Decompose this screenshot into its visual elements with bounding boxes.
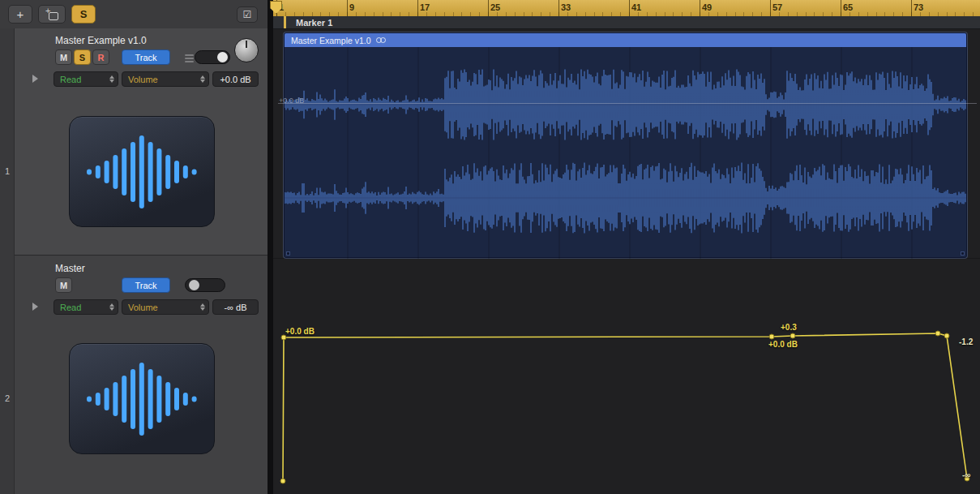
automation-parameter-dropdown[interactable]: Volume bbox=[122, 71, 209, 87]
add-track-button[interactable]: + bbox=[38, 5, 66, 24]
automation-end-value: -1.2 bbox=[959, 337, 973, 346]
track-number: 1 bbox=[0, 166, 15, 176]
track-button[interactable]: Track bbox=[122, 277, 170, 293]
automation-start-value: +0.0 dB bbox=[285, 327, 315, 336]
automation-value-display[interactable]: +0.0 dB bbox=[212, 71, 259, 87]
checkbox-icon: ☑ bbox=[243, 9, 252, 20]
track-button[interactable]: Track bbox=[122, 49, 170, 65]
track-header-2[interactable]: Master M Track Read Volume -∞ dB bbox=[15, 256, 267, 494]
automation-parameter-dropdown[interactable]: Volume bbox=[122, 299, 209, 315]
mute-button[interactable]: M bbox=[55, 49, 72, 65]
plus-icon: + bbox=[17, 7, 24, 21]
track-header-panel: + + S ☑ 1 2 Master Example v1.0 M S R bbox=[0, 0, 267, 494]
disclosure-triangle-icon[interactable] bbox=[32, 75, 38, 83]
mute-button[interactable]: M bbox=[55, 277, 72, 293]
disclosure-triangle-icon[interactable] bbox=[32, 303, 38, 311]
track-header-config-button[interactable]: ☑ bbox=[237, 6, 258, 23]
automation-value-display[interactable]: -∞ dB bbox=[212, 299, 259, 315]
daw-window: + + S ☑ 1 2 Master Example v1.0 M S R bbox=[0, 0, 980, 494]
automation-peak-sub-value: +0.0 dB bbox=[768, 340, 798, 349]
automation-peak-value: +0.3 bbox=[781, 323, 797, 332]
automation-node[interactable] bbox=[944, 333, 949, 338]
record-enable-button[interactable]: R bbox=[92, 49, 109, 65]
solo-button[interactable]: S bbox=[74, 49, 91, 65]
track-icon[interactable] bbox=[69, 116, 215, 227]
track-number-column: 1 2 bbox=[0, 28, 15, 494]
automation-node[interactable] bbox=[769, 334, 774, 339]
track-name[interactable]: Master bbox=[55, 263, 85, 274]
solo-mode-button[interactable]: S bbox=[71, 5, 96, 24]
automation-node[interactable] bbox=[280, 479, 285, 483]
automation-node[interactable] bbox=[935, 331, 940, 336]
arrange-area: 19172533414957657381 Marker 1 Master Exa… bbox=[273, 0, 980, 494]
toggle-knob[interactable] bbox=[189, 280, 199, 290]
updown-chevron-icon bbox=[109, 75, 114, 83]
automation-mode-dropdown[interactable]: Read bbox=[53, 71, 118, 87]
output-toggle[interactable] bbox=[185, 278, 225, 292]
pan-knob[interactable] bbox=[234, 38, 259, 62]
track-icon[interactable] bbox=[69, 343, 215, 454]
audio-waveform-icon bbox=[85, 359, 199, 440]
automation-node[interactable] bbox=[790, 333, 795, 338]
updown-chevron-icon bbox=[109, 303, 114, 311]
automation-mode-dropdown[interactable]: Read bbox=[53, 299, 118, 315]
track-number: 2 bbox=[0, 393, 15, 403]
automation-floor-value: -∞ bbox=[962, 470, 970, 479]
updown-chevron-icon bbox=[200, 303, 205, 311]
add-track-icon: + bbox=[45, 9, 58, 20]
fader-grip-icon bbox=[185, 54, 194, 62]
volume-automation-curve[interactable] bbox=[273, 0, 980, 494]
add-button[interactable]: + bbox=[8, 5, 32, 24]
audio-waveform-icon bbox=[85, 131, 199, 213]
track-header-1[interactable]: Master Example v1.0 M S R Track Read Vol… bbox=[15, 28, 267, 256]
updown-chevron-icon bbox=[200, 75, 205, 83]
toggle-knob[interactable] bbox=[217, 52, 228, 62]
track-panel-toolbar: + + S ☑ bbox=[0, 0, 267, 29]
output-toggle[interactable] bbox=[195, 50, 230, 64]
panel-divider bbox=[267, 0, 273, 494]
track-name[interactable]: Master Example v1.0 bbox=[55, 35, 147, 46]
